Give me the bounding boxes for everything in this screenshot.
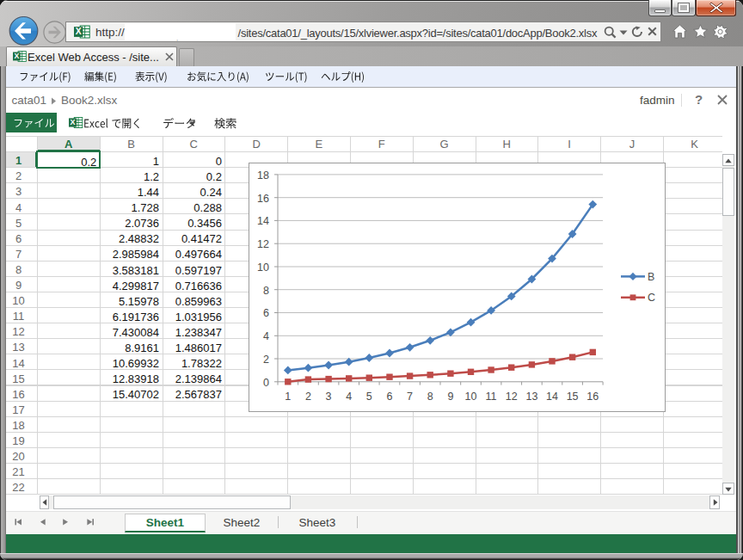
svg-text:4: 4 [263,330,269,342]
svg-text:B: B [648,271,654,283]
svg-text:14: 14 [257,215,269,227]
svg-text:9: 9 [447,391,453,403]
svg-text:C: C [648,292,655,304]
svg-text:14: 14 [546,391,558,403]
svg-text:1: 1 [285,391,291,403]
svg-text:11: 11 [486,391,497,403]
svg-text:6: 6 [387,391,393,403]
svg-text:10: 10 [465,391,477,403]
svg-text:2: 2 [263,354,269,366]
svg-text:18: 18 [257,169,269,182]
svg-text:4: 4 [346,391,352,403]
svg-text:10: 10 [257,262,269,274]
svg-text:8: 8 [427,391,433,403]
svg-text:6: 6 [263,307,269,319]
svg-text:12: 12 [257,238,269,250]
svg-text:16: 16 [586,391,599,403]
svg-text:2: 2 [305,391,311,403]
svg-text:13: 13 [525,391,537,403]
svg-text:12: 12 [506,391,518,403]
svg-text:3: 3 [326,391,332,403]
svg-text:16: 16 [257,193,269,205]
svg-text:X: X [76,27,82,36]
svg-text:0: 0 [263,377,269,389]
svg-text:8: 8 [263,285,269,297]
svg-text:X: X [14,52,19,60]
svg-text:5: 5 [366,391,372,403]
svg-text:15: 15 [567,391,579,403]
svg-text:X: X [71,118,76,126]
svg-text:7: 7 [407,391,413,403]
